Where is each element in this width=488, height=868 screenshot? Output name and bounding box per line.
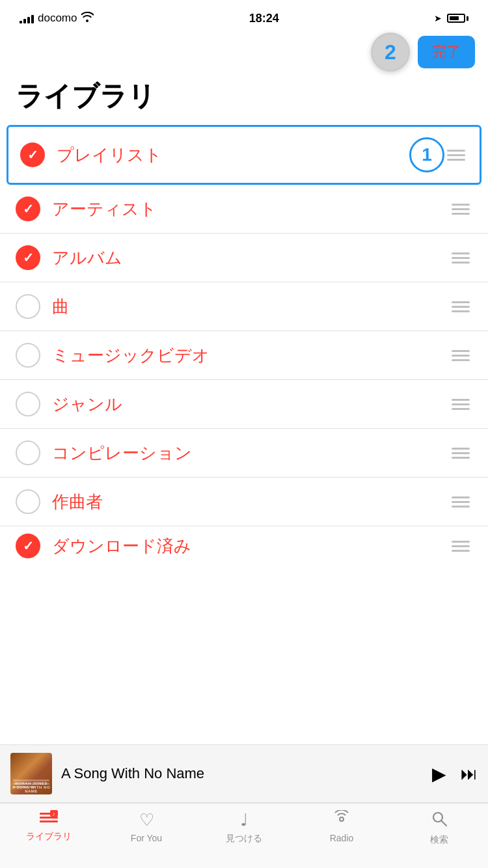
drag-handle-3[interactable] [449,299,472,315]
status-time: 18:24 [249,12,279,25]
wifi-icon [81,12,94,25]
svg-rect-1 [40,817,58,819]
signal-icon [20,13,34,23]
drag-handle-8[interactable] [449,538,472,554]
list-item[interactable]: ジャンル [0,380,488,429]
album-art: NORAH JONESA SONG WITH NO NAME [10,753,52,794]
item-label-6: コンピレーション [52,442,449,465]
browse-icon: ♩ [240,810,248,830]
list-item[interactable]: 曲 [0,282,488,331]
check-circle-0[interactable] [20,142,45,167]
library-icon: ♪ [38,810,59,827]
svg-rect-2 [40,821,58,822]
list-item[interactable]: コンピレーション [0,429,488,478]
check-circle-6[interactable] [16,441,40,465]
page-title: ライブラリ [0,78,488,125]
drag-handle-4[interactable] [449,347,472,364]
tab-browse[interactable]: ♩ 見つける [195,810,293,845]
list-item[interactable]: ミュージックビデオ [0,331,488,380]
play-controls: ▶ ⏭ [432,763,478,785]
status-bar: docomo 18:24 ➤ [0,0,488,33]
done-button[interactable]: 完了 [418,36,475,68]
tab-bar: ♪ ライブラリ ♡ For You ♩ 見つける Radio 検索 [0,803,488,868]
now-playing-bar[interactable]: NORAH JONESA SONG WITH NO NAME A Song Wi… [0,744,488,803]
check-circle-4[interactable] [16,343,40,368]
drag-handle-1[interactable] [449,201,472,217]
location-icon: ➤ [434,13,442,23]
svg-point-5 [340,817,344,821]
tab-for-you-label: For You [131,833,162,843]
item-label-7: 作曲者 [52,491,449,513]
item-label-0: プレイリスト [57,144,403,167]
forward-button[interactable]: ⏭ [461,764,478,784]
check-circle-7[interactable] [16,489,40,514]
drag-handle-0[interactable] [444,147,468,163]
item-label-1: アーティスト [52,198,449,221]
tab-for-you[interactable]: ♡ For You [98,810,195,843]
for-you-icon: ♡ [139,810,154,830]
list-item[interactable]: アルバム [0,234,488,282]
badge-circle: 2 [371,33,410,72]
tab-radio[interactable]: Radio [293,810,390,843]
drag-handle-2[interactable] [449,250,472,266]
tab-browse-label: 見つける [226,833,262,845]
list-item[interactable]: ダウンロード済み [0,526,488,565]
top-bar: 2 完了 [0,33,488,78]
check-circle-2[interactable] [16,245,40,270]
tab-library-label: ライブラリ [26,831,72,843]
status-left: docomo [20,12,94,25]
check-circle-8[interactable] [16,534,40,558]
library-list: プレイリスト 1 アーティスト アルバム 曲 [0,125,488,565]
item-label-8: ダウンロード済み [52,535,449,558]
item-label-4: ミュージックビデオ [52,344,449,367]
now-playing-title: A Song With No Name [61,765,423,782]
list-item[interactable]: 作曲者 [0,478,488,526]
list-item[interactable]: アーティスト [0,185,488,234]
drag-handle-6[interactable] [449,445,472,461]
svg-line-7 [442,821,447,826]
play-button[interactable]: ▶ [432,763,446,785]
svg-text:♪: ♪ [52,811,55,817]
check-circle-3[interactable] [16,294,40,319]
list-item[interactable]: プレイリスト 1 [7,125,481,185]
item-label-2: アルバム [52,247,449,269]
tab-search[interactable]: 検索 [390,810,488,846]
status-right: ➤ [434,13,468,23]
album-label: NORAH JONESA SONG WITH NO NAME [10,781,52,793]
tab-library[interactable]: ♪ ライブラリ [0,810,98,843]
check-circle-1[interactable] [16,197,40,221]
check-circle-5[interactable] [16,392,40,416]
battery-icon [447,14,468,23]
search-icon [431,810,448,832]
drag-handle-7[interactable] [449,494,472,510]
tab-radio-label: Radio [330,833,354,843]
item-label-5: ジャンル [52,393,449,416]
drag-handle-5[interactable] [449,396,472,413]
item-label-3: 曲 [52,295,449,318]
radio-icon [332,810,351,830]
tab-search-label: 検索 [430,834,448,846]
number-badge-1: 1 [409,137,444,172]
carrier-name: docomo [38,12,77,25]
